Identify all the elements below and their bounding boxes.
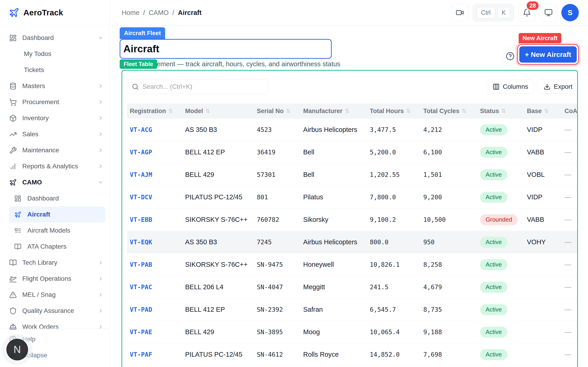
table-row[interactable]: VT-PAF PILATUS PC-12/45 SN-4612 Rolls Ro… <box>127 343 578 366</box>
registration-link[interactable]: VT-PAD <box>127 306 182 313</box>
serial-cell: SN-4047 <box>254 284 300 291</box>
registration-link[interactable]: VT-PAF <box>127 351 182 358</box>
registration-link[interactable]: VT-EBB <box>127 216 182 223</box>
sidebar-item-camo-ata-chapters[interactable]: ATA Chapters <box>0 239 109 255</box>
sidebar-item-label: MEL / Snag <box>22 291 92 298</box>
sidebar-item-camo-aircraft[interactable]: Aircraft <box>9 206 105 223</box>
header-total-cycles[interactable]: Total Cycles⇅ <box>421 108 477 115</box>
hours-cell: 3,477.5 <box>367 126 421 133</box>
breadcrumb-camo[interactable]: CAMO <box>149 9 169 17</box>
sidebar-item-label: Inventory <box>22 115 92 122</box>
manufacturer-cell: Safran <box>300 306 367 313</box>
sidebar-item-procurement[interactable]: Procurement <box>0 94 109 110</box>
sort-icon: ⇅ <box>205 108 210 114</box>
registration-link[interactable]: VT-PAC <box>127 284 182 291</box>
sidebar-item-camo[interactable]: CAMO <box>0 174 109 190</box>
status-badge: Active <box>480 259 507 270</box>
serial-cell: SN-9475 <box>254 261 300 268</box>
sidebar-item-inventory[interactable]: Inventory <box>0 110 109 126</box>
sidebar: AeroTrack Dashboard My Todos Tickets Mas… <box>0 0 110 367</box>
table-row[interactable]: VT-PAC BELL 206 L4 SN-4047 Meggitt 241.5… <box>127 276 578 298</box>
chevron-right-icon <box>98 115 103 121</box>
table-row[interactable]: VT-ACG AS 350 B3 4523 Airbus Helicopters… <box>127 119 578 141</box>
chevron-right-icon <box>98 131 103 137</box>
brand-logo[interactable]: AeroTrack <box>0 0 109 25</box>
table-row[interactable]: VT-AGP BELL 412 EP 36419 Bell 5,200.0 6,… <box>127 141 578 164</box>
help-button[interactable] <box>502 48 518 65</box>
table-row[interactable]: VT-PAD BELL 412 EP SN-2392 Safran 6,545.… <box>127 298 578 321</box>
notifications-button[interactable]: 28 <box>518 4 536 21</box>
header-serial-no[interactable]: Serial No⇅ <box>254 108 300 115</box>
export-button[interactable]: Export <box>537 79 578 94</box>
table-row[interactable]: VT-PAB SIKORSKY S-76C++ SN-9475 Honeywel… <box>127 253 578 276</box>
sidebar-item-maintenance[interactable]: Maintenance <box>0 142 109 158</box>
header-coa[interactable]: CoA I <box>562 108 578 115</box>
sidebar-item-camo-dashboard[interactable]: Dashboard <box>0 190 109 206</box>
table-row[interactable]: VT-DCV PILATUS PC-12/45 801 Pilatus 7,80… <box>127 186 578 209</box>
main-content: Aircraft Fleet Aircraft Fleet Table Flee… <box>110 25 588 367</box>
chevron-right-icon <box>98 292 103 298</box>
sidebar-item-my-todos[interactable]: My Todos <box>0 46 109 62</box>
monitor-icon <box>544 8 553 17</box>
sidebar-item-mel-snag[interactable]: MEL / Snag <box>0 287 109 303</box>
sidebar-divider <box>0 328 109 329</box>
registration-link[interactable]: VT-EQK <box>127 239 182 246</box>
table-row[interactable]: VT-PAE BELL 429 SN-3895 Moog 10,065.4 9,… <box>127 321 578 343</box>
user-avatar[interactable]: S <box>561 4 579 21</box>
sidebar-item-label: Tickets <box>24 66 103 74</box>
coa-cell: — <box>562 148 578 156</box>
sidebar-item-reports-analytics[interactable]: Reports & Analytics <box>0 158 109 174</box>
header-manufacturer[interactable]: Manufacturer⇅ <box>300 108 367 115</box>
sidebar-item-masters[interactable]: Masters <box>0 78 109 94</box>
registration-link[interactable]: VT-AJM <box>127 171 182 178</box>
command-palette-shortcut[interactable]: Ctrl K <box>473 4 514 21</box>
registration-link[interactable]: VT-DCV <box>127 194 182 201</box>
sidebar-item-camo-aircraft-models[interactable]: Aircraft Models <box>0 223 109 239</box>
table-row[interactable]: VT-EBB SIKORSKY S-76C++ 760782 Sikorsky … <box>127 209 578 231</box>
sort-icon: ⇅ <box>544 108 549 114</box>
status-cell: Active <box>477 147 524 158</box>
screen-record-button[interactable] <box>451 4 468 21</box>
annotation-table-badge: Fleet Table <box>120 59 157 69</box>
hours-cell: 800.0 <box>367 239 421 246</box>
breadcrumb-home[interactable]: Home <box>122 9 139 17</box>
search-input[interactable] <box>142 83 264 90</box>
header-base[interactable]: Base⇅ <box>524 108 562 115</box>
columns-button[interactable]: Columns <box>486 79 534 94</box>
header-status[interactable]: Status⇅ <box>477 108 524 115</box>
sidebar-item-quality-assurance[interactable]: Quality Assurance <box>0 303 109 319</box>
registration-link[interactable]: VT-AGP <box>127 149 182 156</box>
status-badge: Active <box>480 237 507 248</box>
sidebar-item-flight-operations[interactable]: Flight Operations <box>0 271 109 287</box>
manufacturer-cell: Moog <box>300 328 367 336</box>
sidebar-item-tickets[interactable]: Tickets <box>0 62 109 78</box>
bar-chart-icon <box>9 163 17 170</box>
coa-cell: — <box>562 328 578 336</box>
header-registration[interactable]: Registration⇅ <box>127 108 182 115</box>
registration-link[interactable]: VT-ACG <box>127 126 182 133</box>
table-row[interactable]: VT-AJM BELL 429 57301 Bell 1,202.55 1,50… <box>127 164 578 186</box>
display-button[interactable] <box>540 4 557 21</box>
status-badge: Active <box>480 304 507 315</box>
table-row[interactable]: VT-EQK AS 350 B3 7245 Airbus Helicopters… <box>127 231 578 253</box>
sort-icon: ⇅ <box>168 108 173 114</box>
coa-cell: — <box>562 171 578 178</box>
registration-link[interactable]: VT-PAB <box>127 261 182 268</box>
header-model[interactable]: Model⇅ <box>182 108 254 115</box>
status-badge: Active <box>480 192 507 203</box>
manufacturer-cell: Bell <box>300 171 367 178</box>
header-total-hours[interactable]: Total Hours⇅ <box>367 108 421 115</box>
cycles-cell: 9,188 <box>421 328 477 336</box>
status-cell: Active <box>477 192 524 203</box>
book-icon <box>14 243 21 250</box>
cycles-cell: 10,500 <box>421 216 477 223</box>
coa-cell: — <box>562 283 578 291</box>
sidebar-item-dashboard[interactable]: Dashboard <box>0 30 109 46</box>
brand-name: AeroTrack <box>23 8 63 17</box>
new-aircraft-button[interactable]: + New Aircraft <box>519 46 577 63</box>
sidebar-item-tech-library[interactable]: Tech Library <box>0 255 109 271</box>
registration-link[interactable]: VT-PAE <box>127 328 182 336</box>
coa-cell: — <box>562 193 578 201</box>
cursor-letter: N <box>14 344 21 355</box>
sidebar-item-sales[interactable]: Sales <box>0 126 109 142</box>
